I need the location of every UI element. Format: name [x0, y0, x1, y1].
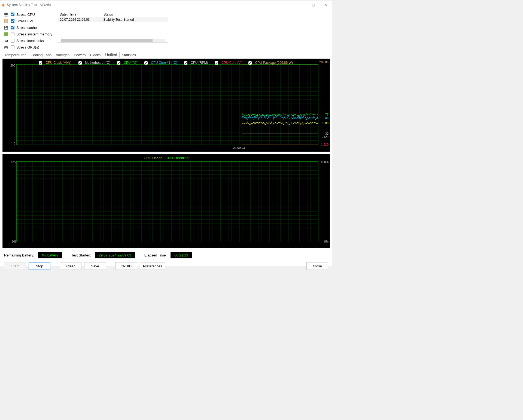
- app-icon: [1, 3, 7, 7]
- main-window: System Stability Test - AIDA64 — ▢ ✕ 🖥️ …: [0, 1, 332, 266]
- stress-memory-checkbox[interactable]: [11, 32, 14, 36]
- chart2-right-max: 100%: [321, 160, 329, 164]
- titlebar[interactable]: System Stability Test - AIDA64 — ▢ ✕: [0, 1, 332, 9]
- stress-fpu-label: Stress FPU: [16, 19, 34, 23]
- chart2-legend: CPU Usage | CPU Throttling: [3, 156, 330, 160]
- stress-cache-label: Stress cache: [16, 26, 37, 30]
- stress-cpu-label: Stress CPU: [16, 13, 35, 17]
- window-title: System Stability Test - AIDA64: [7, 3, 51, 7]
- chart1-value-label: 5500: [322, 122, 329, 125]
- chart1-value-label: 2129: [322, 135, 329, 138]
- stress-cache-row[interactable]: 💾 Stress cache: [4, 25, 52, 30]
- legend-motherboard-checkbox[interactable]: [78, 61, 82, 65]
- chart2-right-min: 0%: [324, 240, 329, 243]
- battery-value: No battery: [38, 252, 62, 258]
- maximize-button[interactable]: ▢: [307, 1, 320, 9]
- legend-cpu-rpm-checkbox[interactable]: [184, 61, 187, 65]
- legend-cpu-core-v-label: CPU Core (V): [221, 61, 242, 65]
- log-cell-datetime: 29.07.2024 22:09:03: [58, 17, 102, 22]
- svg-rect-0: [16, 64, 318, 145]
- event-log-table: Date / Time Status 29.07.2024 22:09:03 S…: [58, 12, 168, 43]
- legend-cpu-usage: CPU Usage: [144, 156, 163, 160]
- tab-voltages[interactable]: Voltages: [54, 52, 72, 58]
- chart1-value-label: 68: [325, 117, 329, 120]
- stress-cpu-row[interactable]: 🖥️ Stress CPU: [4, 12, 52, 17]
- started-value: 29.07.2024 22:09:03: [95, 252, 135, 258]
- fpu-icon: 🧮: [4, 19, 8, 23]
- tab-statistics[interactable]: Statistics: [120, 52, 138, 58]
- chart1-value-label: 30: [325, 132, 329, 135]
- legend-cpu-clock-checkbox[interactable]: [39, 61, 42, 65]
- tab-cooling-fans[interactable]: Cooling Fans: [28, 52, 54, 58]
- stress-cpu-checkbox[interactable]: [11, 13, 14, 16]
- stress-disks-row[interactable]: 🖴 Stress local disks: [4, 38, 52, 43]
- memory-icon: 🟩: [4, 32, 8, 36]
- legend-cpu-temp-label: CPU (°C): [124, 61, 137, 65]
- legend-cpu-core-v-checkbox[interactable]: [215, 61, 218, 65]
- legend-cpu-package-label: CPU Package (209.86 W): [255, 61, 293, 65]
- log-row[interactable]: 29.07.2024 22:09:03 Stability Test: Star…: [58, 17, 168, 22]
- chart2-ymax: 100%: [8, 160, 16, 164]
- gpu-icon: 🎮: [4, 45, 8, 49]
- stress-options: 🖥️ Stress CPU 🧮 Stress FPU 💾 Stress cach…: [4, 12, 52, 50]
- stress-memory-label: Stress system memory: [16, 32, 52, 36]
- started-label: Test Started:: [71, 253, 91, 257]
- legend-cpu-package-checkbox[interactable]: [248, 61, 252, 65]
- tab-powers[interactable]: Powers: [72, 52, 88, 58]
- close-button[interactable]: Close: [306, 262, 328, 270]
- legend-cpu-clock-label: CPU Clock (MHz): [46, 61, 72, 65]
- stress-memory-row[interactable]: 🟩 Stress system memory: [4, 31, 52, 37]
- elapsed-label: Elapsed Time:: [144, 253, 167, 257]
- tab-clocks[interactable]: Clocks: [88, 52, 103, 58]
- legend-cpu-throttling: CPU Throttling: [165, 156, 188, 160]
- log-header-status[interactable]: Status: [102, 12, 168, 17]
- cpuid-button[interactable]: CPUID: [115, 262, 137, 270]
- start-button[interactable]: Start: [4, 262, 26, 270]
- chart1-time-label: 22:09:03: [233, 146, 245, 149]
- stress-fpu-row[interactable]: 🧮 Stress FPU: [4, 18, 52, 24]
- log-cell-status: Stability Test: Started: [102, 17, 168, 22]
- legend-motherboard-label: Motherboard (°C): [85, 61, 110, 65]
- chart1-value-label: 77: [325, 113, 329, 116]
- chart1-value-label: 209.86: [319, 61, 329, 64]
- cache-icon: 💾: [4, 26, 8, 29]
- status-bar: Remaining Battery: No battery Test Start…: [0, 250, 332, 261]
- preferences-button[interactable]: Preferences: [140, 262, 165, 270]
- disk-icon: 🖴: [4, 39, 8, 43]
- stress-fpu-checkbox[interactable]: [11, 19, 14, 23]
- unified-chart[interactable]: CPU Clock (MHz) Motherboard (°C) CPU (°C…: [2, 59, 330, 152]
- clear-button[interactable]: Clear: [60, 262, 81, 270]
- legend-cpu-rpm-label: CPU (RPM): [191, 61, 208, 65]
- legend-cpu-core1-checkbox[interactable]: [144, 61, 148, 65]
- legend-cpu-temp-checkbox[interactable]: [117, 61, 120, 65]
- button-bar: Start Stop Clear Save CPUID Preferences …: [0, 261, 332, 273]
- cpu-usage-chart[interactable]: CPU Usage | CPU Throttling 100% 0% 100% …: [2, 154, 330, 248]
- svg-rect-7: [16, 161, 318, 242]
- stop-button[interactable]: Stop: [29, 262, 50, 270]
- cpu-icon: 🖥️: [4, 13, 8, 16]
- chart1-value-label: 1.320: [321, 143, 329, 146]
- elapsed-value: 00:21:13: [171, 252, 192, 258]
- save-button[interactable]: Save: [84, 262, 106, 270]
- log-header-datetime[interactable]: Date / Time: [58, 12, 102, 17]
- stress-cache-checkbox[interactable]: [11, 26, 14, 29]
- stress-gpu-checkbox[interactable]: [11, 45, 14, 49]
- stress-disks-checkbox[interactable]: [11, 39, 14, 43]
- log-scrollbar[interactable]: [61, 39, 165, 42]
- chart-tabs: Temperatures Cooling Fans Voltages Power…: [0, 52, 332, 58]
- tab-unified[interactable]: Unified: [103, 52, 120, 58]
- minimize-button[interactable]: —: [294, 1, 307, 9]
- close-window-button[interactable]: ✕: [320, 1, 332, 9]
- battery-label: Remaining Battery:: [4, 253, 34, 257]
- chart1-ymin: 0: [14, 142, 15, 145]
- stress-gpu-label: Stress GPU(s): [16, 45, 39, 49]
- chart2-ymin: 0%: [12, 240, 16, 243]
- legend-sep: |: [163, 156, 164, 160]
- legend-cpu-core1-label: CPU Core #1 (°C): [151, 61, 177, 65]
- tab-temperatures[interactable]: Temperatures: [2, 52, 28, 58]
- chart1-ymax: 200: [10, 64, 15, 67]
- stress-disks-label: Stress local disks: [16, 39, 44, 43]
- chart1-legend: CPU Clock (MHz) Motherboard (°C) CPU (°C…: [3, 61, 330, 65]
- stress-gpu-row[interactable]: 🎮 Stress GPU(s): [4, 44, 52, 50]
